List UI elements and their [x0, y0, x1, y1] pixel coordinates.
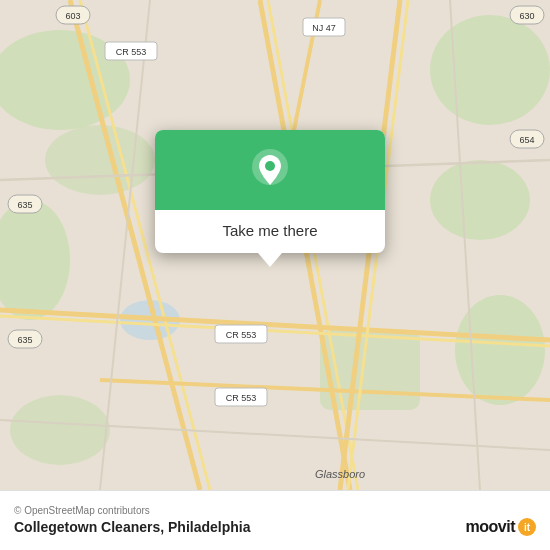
svg-text:CR 553: CR 553 [116, 47, 147, 57]
svg-point-45 [265, 161, 275, 171]
svg-text:CR 553: CR 553 [226, 330, 257, 340]
moovit-logo: moovit it [466, 518, 536, 536]
popup-card: Take me there [155, 130, 385, 253]
svg-point-6 [45, 125, 155, 195]
popup-green-area [155, 130, 385, 210]
svg-text:Glassboro: Glassboro [315, 468, 365, 480]
moovit-text: moovit [466, 518, 515, 536]
svg-text:630: 630 [519, 11, 534, 21]
moovit-dot: it [518, 518, 536, 536]
bottom-bar: © OpenStreetMap contributors Collegetown… [0, 490, 550, 550]
take-me-there-button[interactable]: Take me there [222, 222, 317, 239]
svg-text:CR 553: CR 553 [226, 393, 257, 403]
svg-point-3 [430, 160, 530, 240]
svg-text:NJ 47: NJ 47 [312, 23, 336, 33]
place-name: Collegetown Cleaners, Philadelphia [14, 519, 251, 535]
svg-text:635: 635 [17, 335, 32, 345]
svg-text:603: 603 [65, 11, 80, 21]
copyright-text: © OpenStreetMap contributors [14, 505, 536, 516]
map-container: CR 553 NJ 47 603 630 635 635 654 CR 553 … [0, 0, 550, 490]
svg-point-8 [10, 395, 110, 465]
svg-text:635: 635 [17, 200, 32, 210]
location-pin-icon [247, 147, 293, 193]
svg-text:654: 654 [519, 135, 534, 145]
svg-point-2 [430, 15, 550, 125]
